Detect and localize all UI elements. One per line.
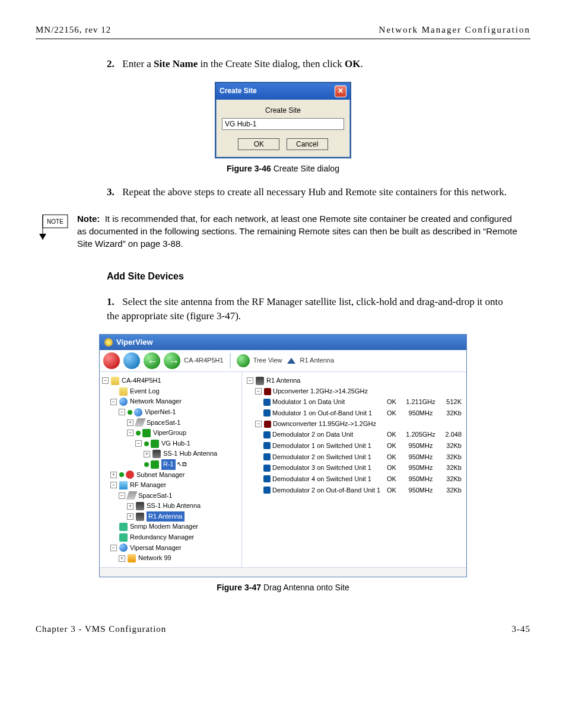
demodulator-icon — [263, 453, 271, 460]
tree-rfsat[interactable]: SpaceSat-1 — [138, 491, 172, 501]
header-right: Network Manager Configuration — [379, 24, 530, 36]
toolbar-button-2[interactable] — [123, 352, 140, 369]
expander[interactable]: − — [110, 545, 117, 551]
satellite-icon — [134, 418, 145, 427]
list-item[interactable]: Demodulator 3 on Switched Unit 1OK950MHz… — [247, 462, 462, 473]
close-button[interactable]: ✕ — [335, 85, 346, 97]
note-block: NOTE Note: It is recommended that, for e… — [36, 212, 530, 250]
viperview-split: −CA-4R4P5H1 Event Log −Network Manager −… — [100, 372, 466, 567]
cancel-button[interactable]: Cancel — [287, 138, 328, 150]
tree-nm[interactable]: Network Manager — [130, 396, 182, 407]
fig-text: Drag Antenna onto Site — [261, 583, 349, 592]
satellite-icon — [126, 491, 137, 500]
breadcrumb-3[interactable]: R1 Antenna — [300, 356, 335, 365]
step-3: 3. Repeat the above steps to create all … — [107, 185, 507, 199]
tree-net99[interactable]: Network 99 — [138, 553, 171, 564]
expander[interactable]: − — [247, 377, 253, 384]
tree-hub[interactable]: VG Hub-1 — [161, 438, 190, 449]
tree-r1-antenna[interactable]: R1 Antenna — [147, 511, 185, 522]
note-label: Note: — [77, 214, 100, 224]
fig-num: Figure 3-47 — [217, 583, 261, 592]
li-status: OK — [381, 485, 402, 496]
status-dot-icon — [144, 441, 149, 446]
expander[interactable]: + — [119, 555, 125, 562]
expander[interactable]: + — [144, 451, 150, 457]
note-text: It is recommended that, for each network… — [77, 214, 517, 249]
tree-snmp[interactable]: Snmp Modem Manager — [130, 522, 198, 532]
breadcrumb-1[interactable]: CA-4R4P5H1 — [184, 356, 224, 365]
drag-cursor-icon: ↖⧉ — [177, 459, 187, 470]
status-dot-icon — [144, 462, 149, 467]
tree-rfhub-antenna[interactable]: SS-1 Hub Antenna — [147, 501, 201, 511]
step-2-num: 2. — [107, 57, 120, 71]
tree-rf[interactable]: RF Manager — [130, 480, 166, 491]
tree-hub-antenna[interactable]: SS-1 Hub Antenna — [163, 449, 217, 459]
arrow-right-icon: → — [168, 354, 179, 369]
expander[interactable]: + — [110, 472, 117, 478]
viperview-list[interactable]: −R1 Antenna −Upconverter 1.2GHz->14.25GH… — [242, 372, 466, 567]
expander[interactable]: + — [127, 513, 133, 520]
manager-icon — [119, 533, 128, 542]
li-status: OK — [381, 396, 402, 408]
tree-root[interactable]: CA-4R4P5H1 — [122, 376, 161, 386]
list-root[interactable]: R1 Antenna — [266, 376, 301, 386]
list-item[interactable]: Demodulator 2 on Out-of-Band Unit 1OK950… — [247, 485, 462, 496]
expander[interactable]: − — [119, 409, 125, 415]
tree-vsm[interactable]: Vipersat Manager — [130, 543, 182, 554]
list-item[interactable]: Modulator 1 on Out-of-Band Unit 1OK950MH… — [247, 408, 462, 419]
list-item[interactable]: Demodulator 2 on Switched Unit 1OK950MHz… — [247, 452, 462, 463]
note-flag-text: NOTE — [47, 218, 63, 225]
demodulator-icon — [263, 431, 271, 438]
tree-vipernet[interactable]: ViperNet-1 — [145, 407, 176, 418]
tree-redund[interactable]: Redundancy Manager — [130, 532, 194, 543]
list-downconverter[interactable]: Downconverter 11.95GHz->1.2GHz — [273, 419, 376, 430]
list-item[interactable]: Demodulator 2 on Data UnitOK1.205GHz2.04… — [247, 429, 462, 440]
list-item[interactable]: Modulator 1 on Data UnitOK1.211GHz512K — [247, 396, 462, 408]
tree-r1[interactable]: R-1 — [161, 459, 176, 470]
site-icon — [151, 440, 159, 448]
page-header: MN/22156, rev 12 Network Manager Configu… — [36, 24, 530, 39]
expander[interactable]: − — [135, 440, 142, 447]
modulator-icon — [263, 409, 271, 417]
tree-view-icon[interactable] — [237, 354, 250, 367]
viperview-tree[interactable]: −CA-4R4P5H1 Event Log −Network Manager −… — [100, 372, 242, 567]
tree-vipergroup[interactable]: ViperGroup — [153, 428, 186, 438]
ok-button[interactable]: OK — [238, 138, 279, 150]
expander[interactable]: − — [255, 388, 262, 395]
expander[interactable]: + — [127, 503, 133, 510]
expander[interactable]: − — [127, 430, 133, 436]
network-icon — [128, 554, 136, 562]
rf-icon — [119, 481, 128, 489]
viperview-title: ViperView — [116, 337, 153, 348]
fig-text: Create Site dialog — [271, 164, 339, 173]
back-button[interactable]: ← — [144, 352, 160, 369]
list-item[interactable]: Demodulator 4 on Switched Unit 1OK950MHz… — [247, 473, 462, 485]
expander[interactable]: − — [110, 482, 117, 488]
li-freq: 950MHz — [402, 473, 439, 485]
tree-subnet[interactable]: Subnet Manager — [136, 470, 185, 481]
list-upconverter[interactable]: Upconverter 1.2GHz->14.25GHz — [273, 386, 368, 397]
tree-eventlog[interactable]: Event Log — [130, 386, 160, 397]
expander[interactable]: − — [102, 377, 109, 384]
demodulator-icon — [263, 442, 271, 449]
expander[interactable]: − — [119, 492, 125, 499]
expander[interactable]: + — [127, 419, 133, 426]
breadcrumb-2[interactable]: Tree View — [253, 356, 282, 365]
li-status: OK — [381, 440, 402, 452]
li-rate: 32Kb — [439, 462, 462, 473]
expander[interactable]: − — [110, 399, 117, 405]
site-name-input[interactable] — [222, 118, 344, 130]
expander[interactable]: − — [255, 421, 262, 427]
tree-spacesat[interactable]: SpaceSat-1 — [147, 418, 180, 428]
list-item[interactable]: Demodulator 1 on Switched Unit 1OK950MHz… — [247, 440, 462, 452]
step-1b-num: 1. — [107, 295, 120, 309]
li-freq: 1.205GHz — [402, 429, 439, 440]
forward-button[interactable]: → — [164, 352, 180, 369]
step-2-body: Enter a Site Name in the Create Site dia… — [122, 58, 363, 69]
antenna-icon — [136, 502, 144, 510]
toolbar-button-1[interactable] — [103, 352, 120, 369]
upconverter-icon — [264, 388, 271, 395]
group-icon — [142, 429, 151, 437]
downconverter-icon — [264, 421, 271, 428]
note-body: Note: It is recommended that, for each n… — [77, 212, 530, 250]
